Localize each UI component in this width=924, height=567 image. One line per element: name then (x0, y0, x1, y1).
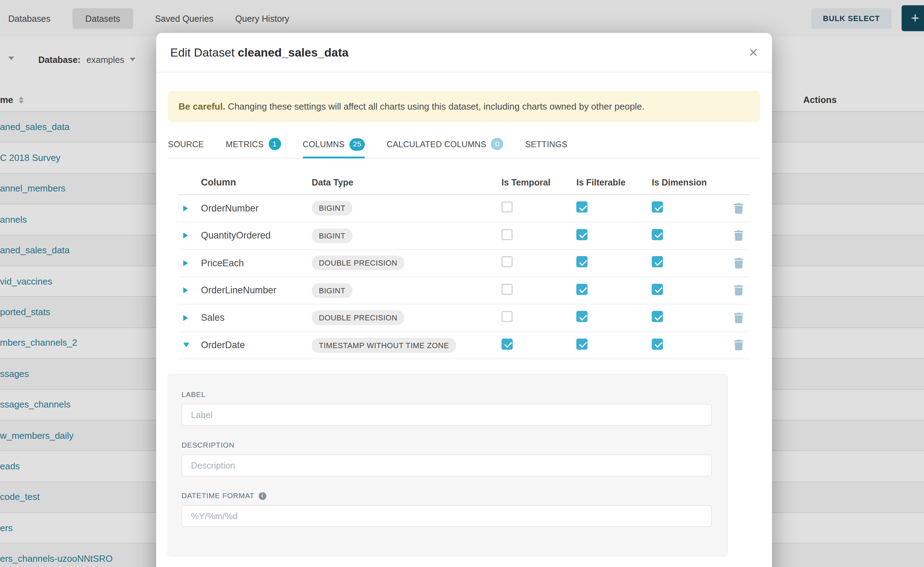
table-row: Sales DOUBLE PRECISION (178, 304, 750, 332)
modal-tabs: SOURCE METRICS 1 COLUMNS 25 CALCULATED C… (168, 130, 760, 158)
table-row: OrderNumber BIGINT (178, 195, 750, 222)
column-name: QuantityOrdered (201, 231, 312, 241)
is-temporal-checkbox[interactable] (501, 229, 513, 240)
datetime-format-field: DATETIME FORMAT i (181, 492, 712, 527)
modal-header: Edit Dataset cleaned_sales_data × (156, 33, 772, 72)
delete-icon[interactable] (733, 313, 743, 323)
metrics-count-badge: 1 (268, 138, 281, 150)
is-filterable-checkbox[interactable] (576, 202, 587, 213)
expand-caret-icon[interactable] (183, 232, 188, 238)
tab-settings[interactable]: SETTINGS (525, 130, 567, 158)
is-temporal-checkbox[interactable] (501, 311, 513, 322)
label-input[interactable] (181, 404, 712, 426)
is-dimension-checkbox[interactable] (652, 256, 663, 267)
datetime-format-input[interactable] (181, 505, 712, 527)
is-dimension-checkbox[interactable] (652, 202, 663, 213)
expand-caret-icon[interactable] (183, 206, 188, 212)
tab-label: SETTINGS (525, 139, 567, 148)
data-type-pill: BIGINT (312, 228, 353, 243)
modal-title-dataset-name: cleaned_sales_data (238, 46, 348, 58)
table-row: OrderDate TIMESTAMP WITHOUT TIME ZONE (178, 332, 750, 359)
table-row: PriceEach DOUBLE PRECISION (178, 250, 750, 277)
warning-text: Changing these settings will affect all … (226, 101, 644, 111)
tab-columns[interactable]: COLUMNS 25 (303, 130, 365, 158)
data-type-pill: BIGINT (312, 201, 353, 216)
label-field-label: LABEL (181, 390, 712, 398)
data-type-pill: DOUBLE PRECISION (312, 256, 405, 270)
modal-body: Be careful. Changing these settings will… (156, 92, 772, 556)
table-row: QuantityOrdered BIGINT (178, 222, 750, 250)
table-row: OrderLineNumber BIGINT (178, 277, 750, 304)
column-name: PriceEach (201, 258, 312, 268)
expand-caret-icon[interactable] (183, 315, 188, 321)
close-icon[interactable]: × (749, 45, 758, 60)
modal-title-prefix: Edit Dataset (170, 46, 235, 58)
is-filterable-checkbox[interactable] (576, 311, 587, 322)
column-header: Column (201, 177, 312, 188)
info-icon: i (259, 492, 266, 500)
is-filterable-checkbox[interactable] (576, 284, 587, 295)
warning-banner: Be careful. Changing these settings will… (168, 92, 760, 122)
modal-title: Edit Dataset cleaned_sales_data (170, 46, 348, 59)
description-input[interactable] (181, 454, 712, 476)
is-temporal-checkbox[interactable] (501, 284, 513, 295)
column-name: OrderDate (201, 340, 312, 350)
columns-count-badge: 25 (349, 138, 365, 150)
calculated-columns-count-badge: 0 (491, 138, 504, 150)
is-dimension-checkbox[interactable] (652, 338, 663, 350)
data-type-header: Data Type (312, 177, 502, 187)
is-temporal-checkbox[interactable] (501, 338, 513, 350)
tab-calculated-columns[interactable]: CALCULATED COLUMNS 0 (387, 130, 504, 158)
columns-table: Column Data Type Is Temporal Is Filterab… (178, 170, 750, 359)
tab-metrics[interactable]: METRICS 1 (226, 130, 281, 158)
delete-icon[interactable] (733, 258, 743, 268)
is-filterable-checkbox[interactable] (576, 256, 587, 267)
data-type-pill: TIMESTAMP WITHOUT TIME ZONE (312, 338, 456, 353)
is-filterable-header: Is Filterable (576, 177, 652, 187)
column-name: OrderLineNumber (201, 285, 312, 296)
description-field-label: DESCRIPTION (181, 441, 712, 449)
expand-caret-icon[interactable] (183, 287, 188, 293)
datetime-format-field-label: DATETIME FORMAT i (181, 492, 712, 500)
is-dimension-header: Is Dimension (652, 177, 727, 187)
column-name: OrderNumber (201, 203, 312, 214)
description-field: DESCRIPTION (181, 441, 712, 476)
data-type-pill: DOUBLE PRECISION (312, 310, 405, 325)
is-dimension-checkbox[interactable] (652, 284, 663, 295)
delete-icon[interactable] (733, 203, 743, 214)
is-filterable-checkbox[interactable] (576, 229, 587, 240)
tab-label: CALCULATED COLUMNS (387, 139, 486, 148)
tab-label: SOURCE (168, 139, 204, 148)
columns-table-header: Column Data Type Is Temporal Is Filterab… (178, 170, 750, 195)
is-dimension-checkbox[interactable] (652, 311, 663, 322)
edit-dataset-modal: Edit Dataset cleaned_sales_data × Be car… (156, 33, 772, 567)
delete-icon[interactable] (733, 231, 743, 241)
warning-bold-text: Be careful. (179, 101, 226, 111)
is-temporal-checkbox[interactable] (501, 256, 513, 267)
delete-icon[interactable] (733, 285, 743, 296)
column-name: Sales (201, 313, 312, 323)
column-detail-editor: LABEL DESCRIPTION DATETIME FORMAT i (167, 374, 728, 556)
screen: Databases Datasets Saved Queries Query H… (0, 0, 924, 567)
is-dimension-checkbox[interactable] (652, 229, 663, 240)
is-temporal-checkbox[interactable] (501, 202, 513, 213)
tab-label: COLUMNS (303, 140, 345, 149)
is-filterable-checkbox[interactable] (576, 338, 587, 350)
label-field: LABEL (181, 390, 712, 426)
delete-icon[interactable] (733, 340, 743, 350)
data-type-pill: BIGINT (312, 283, 353, 298)
collapse-caret-icon[interactable] (183, 343, 189, 347)
expand-caret-icon[interactable] (183, 260, 188, 266)
tab-source[interactable]: SOURCE (168, 130, 204, 158)
tab-label: METRICS (226, 139, 264, 148)
is-temporal-header: Is Temporal (501, 177, 576, 187)
